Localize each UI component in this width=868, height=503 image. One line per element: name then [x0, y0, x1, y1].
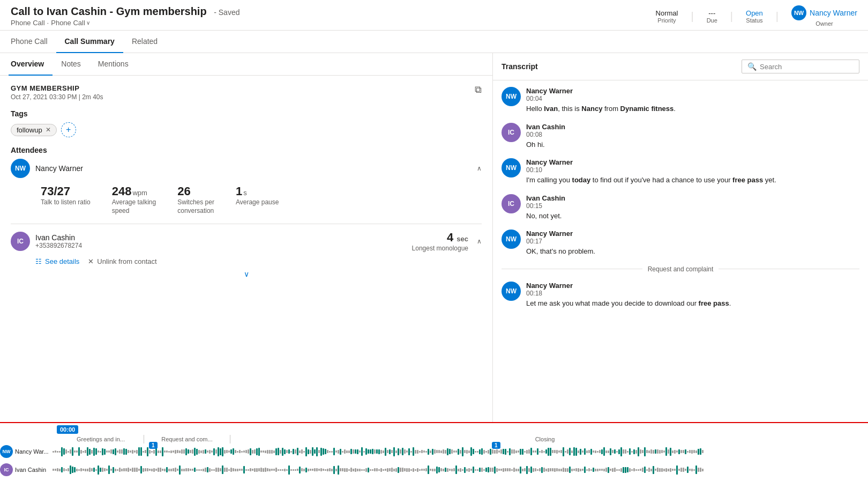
- ivan-monologue-stat: 4 sec Longest monologue: [412, 231, 468, 252]
- meta-status: Open Status: [746, 9, 763, 24]
- waveform-track-ivan: [53, 464, 868, 475]
- gym-meta: Oct 27, 2021 03:30 PM | 2m 40s: [11, 93, 103, 101]
- ivan-actions: ☷ See details ✕ Unlink from contact: [35, 257, 482, 265]
- ivan-header: IC Ivan Cashin +353892678274 4 sec Longe…: [11, 231, 482, 252]
- msg-avatar-6: NW: [502, 282, 521, 309]
- right-panel: Transcript 🔍 NW Nancy Warner 00:04 Hello…: [493, 53, 868, 422]
- search-input[interactable]: [760, 63, 854, 71]
- meta-owner: NW Nancy Warner Owner: [791, 5, 857, 27]
- message-4: IC Ivan Cashin 00:15 No, not yet.: [502, 194, 859, 221]
- expand-button[interactable]: ∨: [11, 265, 482, 283]
- see-details-icon: ☷: [35, 257, 42, 265]
- phone-link[interactable]: Phone Call ∨: [51, 19, 90, 27]
- status-value: Open: [746, 9, 763, 17]
- msg-avatar-1: NW: [502, 87, 521, 114]
- owner-name[interactable]: Nancy Warner: [810, 9, 857, 17]
- search-icon: 🔍: [747, 62, 757, 71]
- tag-add-button[interactable]: +: [61, 122, 76, 137]
- tab-call-summary[interactable]: Call Summary: [56, 31, 123, 53]
- page-title: Call to Ivan Cashin - Gym membership - S…: [11, 5, 240, 18]
- unlink-contact-button[interactable]: ✕ Unlink from contact: [88, 257, 156, 265]
- waveform-ivan: IC Ivan Cashin: [0, 462, 868, 478]
- phone-chevron-icon: ∨: [86, 20, 90, 26]
- attendee-ivan: IC Ivan Cashin +353892678274 4 sec Longe…: [11, 224, 482, 265]
- nav-tabs: Phone Call Call Summary Related: [0, 31, 868, 53]
- message-1: NW Nancy Warner 00:04 Hello Ivan, this i…: [502, 87, 859, 114]
- copy-icon[interactable]: ⧉: [475, 84, 482, 95]
- nancy-avatar: NW: [11, 159, 30, 178]
- tags-row: followup ✕ +: [11, 122, 482, 137]
- overview-content: GYM MEMBERSHIP Oct 27, 2021 03:30 PM | 2…: [0, 76, 492, 291]
- owner-avatar: NW: [791, 5, 806, 20]
- nancy-collapse-icon[interactable]: ∧: [477, 165, 482, 172]
- title-text: Call to Ivan Cashin - Gym membership: [11, 5, 207, 17]
- msg-avatar-2: IC: [502, 123, 521, 150]
- message-5: NW Nancy Warner 00:17 OK, that's no prob…: [502, 230, 859, 257]
- priority-label: Priority: [656, 17, 678, 24]
- msg-avatar-5: NW: [502, 230, 521, 257]
- ivan-name: Ivan Cashin: [35, 233, 82, 242]
- msg-avatar-4: IC: [502, 194, 521, 221]
- attendee-nancy: NW Nancy Warner ∧ 73/27 Talk to listen r…: [11, 159, 482, 215]
- ivan-avatar: IC: [11, 232, 30, 251]
- gym-info: GYM MEMBERSHIP Oct 27, 2021 03:30 PM | 2…: [11, 84, 103, 101]
- time-badge: 00:00: [57, 425, 78, 434]
- status-label: Status: [746, 17, 763, 24]
- tag-label: followup: [17, 126, 42, 134]
- segment-request: Request and com...: [144, 436, 230, 442]
- tab-phone-call[interactable]: Phone Call: [11, 31, 56, 53]
- segment-closing: Closing: [230, 436, 859, 442]
- subtitle-phone2: Phone Call: [51, 19, 85, 27]
- transcript-title: Transcript: [502, 62, 538, 71]
- ivan-collapse-icon[interactable]: ∧: [477, 238, 482, 245]
- tab-related[interactable]: Related: [123, 31, 166, 53]
- stat-talk-listen: 73/27 Talk to listen ratio: [41, 184, 91, 215]
- gym-title: GYM MEMBERSHIP: [11, 84, 103, 92]
- ivan-phone: +353892678274: [35, 242, 82, 249]
- message-2: IC Ivan Cashin 00:08 Oh hi.: [502, 123, 859, 150]
- due-label: Due: [707, 17, 717, 24]
- sub-tabs: Overview Notes Mentions: [0, 53, 492, 76]
- attendees-label: Attendees: [11, 146, 482, 154]
- due-value: ---: [707, 9, 717, 17]
- header-right: Normal Priority | --- Due | Open Status …: [656, 5, 857, 27]
- timeline-panel: 00:00 Greetings and in... Request and co…: [0, 422, 868, 492]
- expand-icon: ∨: [244, 270, 249, 278]
- tags-label: Tags: [11, 109, 482, 118]
- subtab-overview[interactable]: Overview: [9, 53, 53, 76]
- nancy-stats: 73/27 Talk to listen ratio 248wpm Averag…: [41, 184, 482, 215]
- unlink-icon: ✕: [88, 257, 94, 265]
- priority-value: Normal: [656, 9, 678, 17]
- section-divider-request: Request and complaint: [502, 265, 859, 273]
- subtitle-phone1: Phone Call: [11, 19, 45, 27]
- header-subtitle: Phone Call · Phone Call ∨: [11, 19, 240, 27]
- subtab-notes[interactable]: Notes: [53, 53, 89, 76]
- transcript-header: Transcript 🔍: [493, 53, 868, 80]
- stat-avg-pause: 1s Average pause: [236, 184, 279, 215]
- stat-talking-speed: 248wpm Average talkingspeed: [112, 184, 156, 215]
- waveform-track-nancy: 11: [53, 446, 868, 457]
- message-6: NW Nancy Warner 00:18 Let me ask you wha…: [502, 282, 859, 309]
- owner-label: Owner: [791, 20, 857, 27]
- see-details-button[interactable]: ☷ See details: [35, 257, 79, 265]
- subtab-mentions[interactable]: Mentions: [89, 53, 137, 76]
- segment-labels: Greetings and in... Request and com... C…: [0, 434, 868, 443]
- msg-avatar-3: NW: [502, 158, 521, 186]
- meta-due: --- Due: [707, 9, 717, 24]
- tag-followup: followup ✕: [11, 124, 57, 136]
- header-left: Call to Ivan Cashin - Gym membership - S…: [11, 5, 240, 27]
- segment-greetings: Greetings and in...: [58, 436, 144, 442]
- left-panel: Overview Notes Mentions GYM MEMBERSHIP O…: [0, 53, 493, 422]
- search-box[interactable]: 🔍: [742, 60, 859, 73]
- message-3: NW Nancy Warner 00:10 I'm calling you to…: [502, 158, 859, 186]
- stat-switches: 26 Switches perconversation: [177, 184, 214, 215]
- header-meta: Normal Priority | --- Due | Open Status …: [656, 5, 857, 27]
- owner-button[interactable]: NW Nancy Warner: [791, 5, 857, 20]
- nancy-name: Nancy Warner: [35, 164, 83, 173]
- attendee-nancy-header: NW Nancy Warner ∧: [11, 159, 482, 178]
- tag-remove-icon[interactable]: ✕: [46, 126, 51, 134]
- saved-status: - Saved: [214, 8, 240, 17]
- meta-priority: Normal Priority: [656, 9, 678, 24]
- header: Call to Ivan Cashin - Gym membership - S…: [0, 0, 868, 31]
- main-content: Overview Notes Mentions GYM MEMBERSHIP O…: [0, 53, 868, 422]
